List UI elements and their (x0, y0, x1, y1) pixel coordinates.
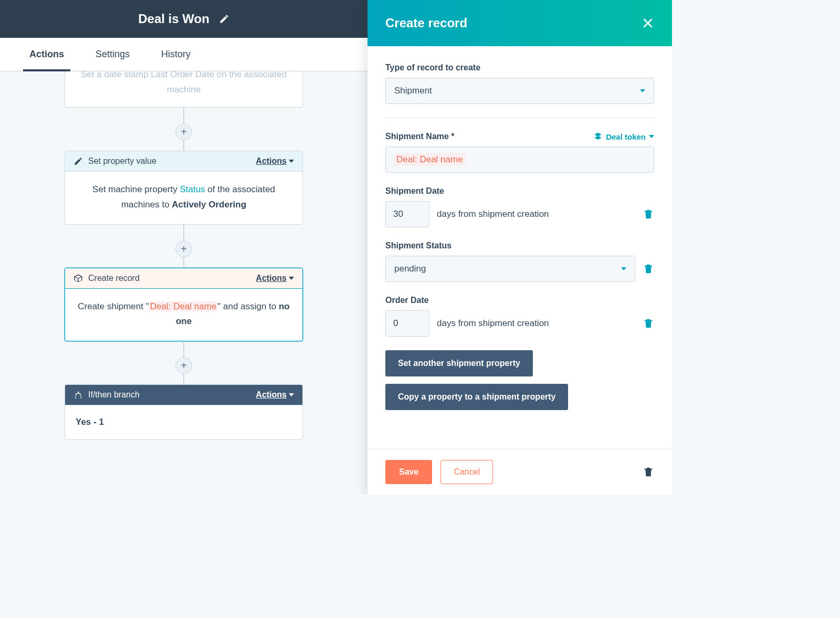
chevron-down-icon (621, 267, 626, 270)
token: Deal: Deal name (149, 301, 218, 311)
select-value: Shipment (394, 86, 432, 96)
card-header: Set property value Actions (65, 151, 302, 171)
close-icon[interactable] (642, 17, 654, 29)
divider (385, 118, 654, 118)
chevron-down-icon (640, 89, 645, 92)
shipment-name-input[interactable]: Deal: Deal name (385, 146, 654, 173)
select-value: pending (394, 264, 426, 274)
workflow-card-create-record[interactable]: Create record Actions Create shipment "D… (65, 268, 303, 342)
workflow-card-set-property[interactable]: Set property value Actions Set machine p… (65, 151, 303, 225)
type-of-record-select[interactable]: Shipment (385, 78, 654, 104)
add-step-button[interactable]: + (175, 240, 192, 257)
card-title: Create record (88, 274, 250, 283)
delete-order-date-icon[interactable] (643, 318, 654, 329)
save-button[interactable]: Save (385, 460, 432, 484)
create-record-panel: Create record Type of record to create S… (368, 0, 672, 495)
branch-label: Yes - 1 (65, 405, 302, 439)
panel-footer: Save Cancel (368, 449, 672, 495)
cube-icon (74, 274, 83, 283)
text: Set a date stamp (81, 71, 151, 79)
order-date-label: Order Date (385, 296, 654, 305)
panel-title: Create record (385, 16, 467, 30)
card-body: Set machine property Status of the assoc… (65, 171, 302, 224)
delete-action-icon[interactable] (643, 466, 654, 478)
connector (183, 225, 184, 240)
card-header: Create record Actions (65, 268, 302, 289)
property-link[interactable]: Status (180, 184, 205, 194)
workflow-card-branch[interactable]: If/then branch Actions Yes - 1 (65, 384, 303, 440)
text: Set machine property (92, 184, 180, 194)
add-step-button[interactable]: + (175, 357, 192, 374)
connector (183, 140, 184, 151)
branch-icon (74, 390, 83, 400)
shipment-date-suffix: days from shipment creation (437, 209, 635, 219)
tab-actions[interactable]: Actions (29, 38, 64, 71)
text: Actions (256, 390, 287, 400)
deal-token-link[interactable]: Deal token (593, 132, 654, 141)
edit-title-icon[interactable] (219, 14, 229, 24)
chevron-down-icon (289, 160, 294, 163)
copy-property-button[interactable]: Copy a property to a shipment property (385, 384, 568, 410)
canvas[interactable]: Set a date stamp Last Order Date on the … (0, 71, 368, 495)
text: Actions (256, 156, 287, 166)
chevron-down-icon (289, 277, 294, 280)
shipment-date-label: Shipment Date (385, 186, 654, 196)
cancel-button[interactable]: Cancel (440, 460, 493, 484)
add-step-button[interactable]: + (175, 123, 192, 140)
card-actions-menu[interactable]: Actions (256, 274, 294, 283)
shipment-status-select[interactable]: pending (385, 256, 635, 282)
text: Actively Ordering (172, 200, 246, 210)
tab-settings[interactable]: Settings (96, 38, 130, 71)
chevron-down-icon (289, 393, 294, 396)
tab-history[interactable]: History (161, 38, 191, 71)
card-title: Set property value (88, 156, 250, 166)
card-body: Set a date stamp Last Order Date on the … (65, 71, 302, 107)
text: Deal token (606, 132, 646, 141)
workflow-title: Deal is Won (138, 12, 209, 26)
workflow-card-datestamp[interactable]: Set a date stamp Last Order Date on the … (65, 71, 303, 108)
order-date-days-input[interactable]: 0 (385, 310, 429, 337)
title-bar: Deal is Won (0, 0, 368, 38)
shipment-status-label: Shipment Status (385, 241, 654, 250)
edit-icon (74, 156, 83, 166)
delete-shipment-date-icon[interactable] (643, 208, 654, 220)
card-actions-menu[interactable]: Actions (256, 156, 294, 166)
text: Last Order Date (151, 71, 214, 79)
shipment-name-label: Shipment Name * (385, 132, 455, 141)
connector (183, 341, 184, 357)
card-header: If/then branch Actions (65, 385, 302, 405)
delete-shipment-status-icon[interactable] (643, 263, 654, 275)
type-of-record-label: Type of record to create (385, 63, 654, 72)
shipment-date-days-input[interactable]: 30 (385, 201, 429, 227)
token-icon (593, 132, 603, 141)
token: Deal: Deal name (394, 153, 465, 166)
card-title: If/then branch (88, 390, 250, 400)
tabs: Actions Settings History (0, 38, 368, 71)
connector (183, 374, 184, 384)
card-body: Create shipment "Deal: Deal name" and as… (65, 289, 302, 341)
text: Create shipment " (78, 301, 149, 311)
text: " and as­sign to (217, 301, 279, 311)
panel-body: Type of record to create Shipment Shipme… (368, 46, 672, 449)
chevron-down-icon (649, 135, 654, 138)
panel-header: Create record (368, 0, 672, 46)
connector (183, 257, 184, 268)
card-actions-menu[interactable]: Actions (256, 390, 294, 400)
connector (183, 108, 184, 123)
order-date-suffix: days from shipment creation (437, 318, 635, 329)
set-another-property-button[interactable]: Set another shipment property (385, 350, 533, 376)
text: Actions (256, 274, 287, 283)
workflow-canvas: Deal is Won Actions Settings History Set… (0, 0, 368, 495)
